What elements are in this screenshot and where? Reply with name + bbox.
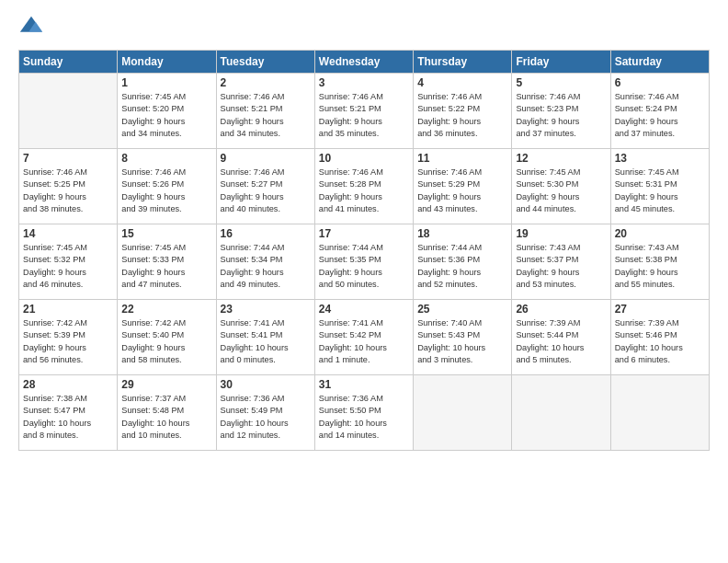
calendar-header-row: SundayMondayTuesdayWednesdayThursdayFrid…	[19, 51, 710, 74]
col-header-tuesday: Tuesday	[216, 51, 314, 74]
day-info: Sunrise: 7:44 AMSunset: 5:34 PMDaylight:…	[221, 242, 311, 291]
day-info: Sunrise: 7:45 AMSunset: 5:30 PMDaylight:…	[516, 167, 606, 215]
day-info: Sunrise: 7:46 AMSunset: 5:27 PMDaylight:…	[221, 167, 311, 215]
day-info: Sunrise: 7:38 AMSunset: 5:47 PMDaylight:…	[23, 393, 113, 442]
calendar-cell: 15Sunrise: 7:45 AMSunset: 5:33 PMDayligh…	[118, 224, 216, 300]
calendar-cell: 23Sunrise: 7:41 AMSunset: 5:41 PMDayligh…	[216, 300, 314, 375]
day-number: 30	[221, 378, 311, 391]
calendar-cell: 8Sunrise: 7:46 AMSunset: 5:26 PMDaylight…	[118, 149, 216, 224]
day-number: 4	[417, 76, 507, 89]
calendar-cell: 31Sunrise: 7:36 AMSunset: 5:50 PMDayligh…	[314, 375, 413, 451]
week-row-5: 28Sunrise: 7:38 AMSunset: 5:47 PMDayligh…	[19, 375, 710, 451]
calendar-cell: 19Sunrise: 7:43 AMSunset: 5:37 PMDayligh…	[512, 224, 610, 300]
day-info: Sunrise: 7:42 AMSunset: 5:40 PMDaylight:…	[121, 317, 211, 366]
day-info: Sunrise: 7:44 AMSunset: 5:36 PMDaylight:…	[417, 242, 507, 291]
day-info: Sunrise: 7:45 AMSunset: 5:33 PMDaylight:…	[121, 242, 211, 291]
calendar-cell: 5Sunrise: 7:46 AMSunset: 5:23 PMDaylight…	[512, 74, 610, 149]
day-info: Sunrise: 7:46 AMSunset: 5:22 PMDaylight:…	[417, 91, 507, 140]
logo	[18, 15, 48, 40]
day-number: 10	[319, 152, 409, 165]
day-number: 17	[319, 227, 409, 240]
calendar-cell: 22Sunrise: 7:42 AMSunset: 5:40 PMDayligh…	[118, 300, 216, 375]
calendar-cell: 7Sunrise: 7:46 AMSunset: 5:25 PMDaylight…	[19, 149, 118, 224]
page-header	[18, 15, 710, 40]
calendar-cell: 1Sunrise: 7:45 AMSunset: 5:20 PMDaylight…	[118, 74, 216, 149]
calendar-cell: 2Sunrise: 7:46 AMSunset: 5:21 PMDaylight…	[216, 74, 314, 149]
calendar-cell: 20Sunrise: 7:43 AMSunset: 5:38 PMDayligh…	[610, 224, 709, 300]
calendar-cell	[19, 74, 118, 149]
col-header-thursday: Thursday	[414, 51, 512, 74]
logo-icon	[18, 15, 44, 40]
week-row-4: 21Sunrise: 7:42 AMSunset: 5:39 PMDayligh…	[19, 300, 710, 375]
calendar-cell	[512, 375, 610, 451]
calendar-cell: 9Sunrise: 7:46 AMSunset: 5:27 PMDaylight…	[216, 149, 314, 224]
day-number: 8	[121, 152, 211, 165]
day-number: 13	[615, 152, 705, 165]
calendar-cell: 16Sunrise: 7:44 AMSunset: 5:34 PMDayligh…	[216, 224, 314, 300]
day-info: Sunrise: 7:42 AMSunset: 5:39 PMDaylight:…	[23, 317, 113, 366]
calendar-cell: 17Sunrise: 7:44 AMSunset: 5:35 PMDayligh…	[314, 224, 413, 300]
day-number: 3	[319, 76, 409, 89]
day-number: 21	[23, 303, 113, 316]
day-number: 14	[23, 227, 113, 240]
calendar-cell: 11Sunrise: 7:46 AMSunset: 5:29 PMDayligh…	[414, 149, 512, 224]
day-number: 11	[417, 152, 507, 165]
calendar-cell: 24Sunrise: 7:41 AMSunset: 5:42 PMDayligh…	[314, 300, 413, 375]
day-number: 2	[221, 76, 311, 89]
day-info: Sunrise: 7:36 AMSunset: 5:49 PMDaylight:…	[221, 393, 311, 442]
day-number: 16	[221, 227, 311, 240]
day-number: 12	[516, 152, 606, 165]
day-number: 23	[221, 303, 311, 316]
week-row-3: 14Sunrise: 7:45 AMSunset: 5:32 PMDayligh…	[19, 224, 710, 300]
calendar-cell	[414, 375, 512, 451]
calendar-cell: 26Sunrise: 7:39 AMSunset: 5:44 PMDayligh…	[512, 300, 610, 375]
calendar-cell: 6Sunrise: 7:46 AMSunset: 5:24 PMDaylight…	[610, 74, 709, 149]
col-header-monday: Monday	[118, 51, 216, 74]
day-info: Sunrise: 7:46 AMSunset: 5:24 PMDaylight:…	[615, 91, 705, 140]
calendar-cell: 30Sunrise: 7:36 AMSunset: 5:49 PMDayligh…	[216, 375, 314, 451]
week-row-1: 1Sunrise: 7:45 AMSunset: 5:20 PMDaylight…	[19, 74, 710, 149]
day-info: Sunrise: 7:43 AMSunset: 5:37 PMDaylight:…	[516, 242, 606, 291]
day-number: 26	[516, 303, 606, 316]
day-number: 28	[23, 378, 113, 391]
day-number: 9	[221, 152, 311, 165]
day-number: 27	[615, 303, 705, 316]
calendar-cell: 21Sunrise: 7:42 AMSunset: 5:39 PMDayligh…	[19, 300, 118, 375]
day-info: Sunrise: 7:46 AMSunset: 5:21 PMDaylight:…	[319, 91, 409, 140]
day-info: Sunrise: 7:46 AMSunset: 5:25 PMDaylight:…	[23, 167, 113, 215]
day-number: 19	[516, 227, 606, 240]
day-info: Sunrise: 7:46 AMSunset: 5:23 PMDaylight:…	[516, 91, 606, 140]
day-number: 20	[615, 227, 705, 240]
calendar-cell: 10Sunrise: 7:46 AMSunset: 5:28 PMDayligh…	[314, 149, 413, 224]
day-info: Sunrise: 7:40 AMSunset: 5:43 PMDaylight:…	[417, 317, 507, 366]
day-number: 24	[319, 303, 409, 316]
day-number: 29	[121, 378, 211, 391]
week-row-2: 7Sunrise: 7:46 AMSunset: 5:25 PMDaylight…	[19, 149, 710, 224]
calendar-cell: 27Sunrise: 7:39 AMSunset: 5:46 PMDayligh…	[610, 300, 709, 375]
day-info: Sunrise: 7:37 AMSunset: 5:48 PMDaylight:…	[121, 393, 211, 442]
day-info: Sunrise: 7:46 AMSunset: 5:26 PMDaylight:…	[121, 167, 211, 215]
day-info: Sunrise: 7:39 AMSunset: 5:46 PMDaylight:…	[615, 317, 705, 366]
col-header-sunday: Sunday	[19, 51, 118, 74]
day-info: Sunrise: 7:46 AMSunset: 5:28 PMDaylight:…	[319, 167, 409, 215]
day-info: Sunrise: 7:46 AMSunset: 5:29 PMDaylight:…	[417, 167, 507, 215]
day-info: Sunrise: 7:45 AMSunset: 5:20 PMDaylight:…	[121, 91, 211, 140]
calendar-table: SundayMondayTuesdayWednesdayThursdayFrid…	[18, 50, 710, 451]
day-info: Sunrise: 7:44 AMSunset: 5:35 PMDaylight:…	[319, 242, 409, 291]
day-info: Sunrise: 7:41 AMSunset: 5:42 PMDaylight:…	[319, 317, 409, 366]
day-info: Sunrise: 7:46 AMSunset: 5:21 PMDaylight:…	[221, 91, 311, 140]
col-header-friday: Friday	[512, 51, 610, 74]
calendar-cell: 28Sunrise: 7:38 AMSunset: 5:47 PMDayligh…	[19, 375, 118, 451]
calendar-cell	[610, 375, 709, 451]
day-info: Sunrise: 7:41 AMSunset: 5:41 PMDaylight:…	[221, 317, 311, 366]
col-header-wednesday: Wednesday	[314, 51, 413, 74]
calendar-cell: 18Sunrise: 7:44 AMSunset: 5:36 PMDayligh…	[414, 224, 512, 300]
calendar-cell: 3Sunrise: 7:46 AMSunset: 5:21 PMDaylight…	[314, 74, 413, 149]
col-header-saturday: Saturday	[610, 51, 709, 74]
calendar-cell: 4Sunrise: 7:46 AMSunset: 5:22 PMDaylight…	[414, 74, 512, 149]
page-container: SundayMondayTuesdayWednesdayThursdayFrid…	[0, 0, 728, 563]
calendar-cell: 12Sunrise: 7:45 AMSunset: 5:30 PMDayligh…	[512, 149, 610, 224]
day-info: Sunrise: 7:39 AMSunset: 5:44 PMDaylight:…	[516, 317, 606, 366]
day-number: 7	[23, 152, 113, 165]
day-info: Sunrise: 7:45 AMSunset: 5:31 PMDaylight:…	[615, 167, 705, 215]
